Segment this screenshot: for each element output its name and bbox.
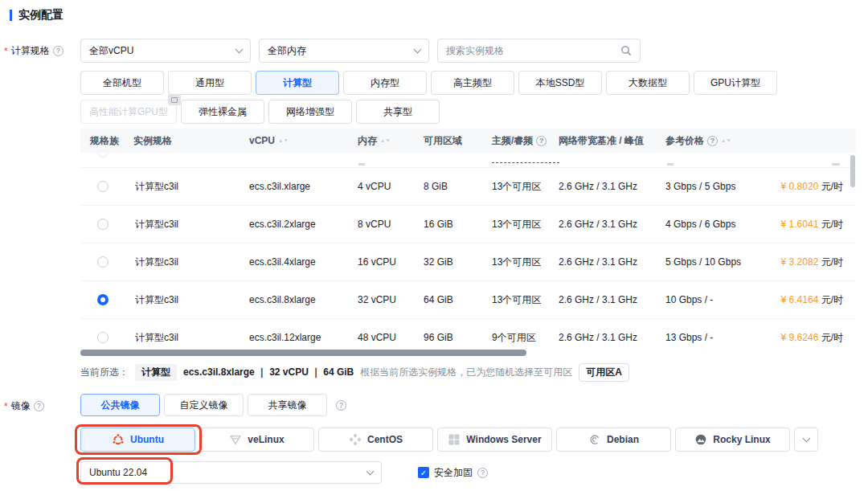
cell-family: 计算型c3il: [125, 293, 241, 307]
instance-spec-table: 规格族 实例规格 vCPU ▲▼ 内存 ▲▼ 可用区域: [80, 129, 856, 348]
section-title: 实例配置: [10, 8, 63, 23]
help-icon[interactable]: [34, 401, 44, 411]
column-header: 内存 ▲▼: [350, 134, 416, 148]
security-hardening-label: 安全加固: [434, 466, 473, 480]
row-radio[interactable]: [97, 181, 108, 192]
help-icon[interactable]: [53, 46, 63, 56]
help-icon[interactable]: [336, 400, 346, 411]
image-tab[interactable]: 公共镜像: [80, 394, 160, 416]
search-icon: [620, 45, 632, 56]
family-tab[interactable]: 通用型: [168, 71, 252, 95]
cell-spec: ecs.c3il.2xlarge: [241, 219, 350, 230]
cell-bandwidth: 3 Gbps / 5 Gbps: [657, 181, 765, 192]
cell-memory: 8 GiB: [416, 181, 484, 192]
family-tab[interactable]: 高性能计算GPU型: [80, 100, 177, 124]
cell-family: 计算型c3il: [125, 256, 241, 269]
cell-spec: ecs.c3il.xlarge: [241, 181, 350, 192]
centos-logo-icon: [349, 433, 362, 446]
help-icon[interactable]: [707, 136, 718, 146]
cell-bandwidth: 5 Gbps / 10 Gbps: [657, 256, 765, 268]
horizontal-scrollbar: [80, 350, 856, 356]
cell-vcpu: 16 vCPU: [350, 256, 416, 268]
row-radio[interactable]: [97, 294, 108, 305]
price-value: ¥ 1.6041: [781, 219, 819, 230]
zones-link[interactable]: 13个可用区: [492, 256, 541, 269]
cell-family: 计算型c3il: [125, 218, 241, 231]
zones-link[interactable]: 13个可用区: [492, 181, 541, 194]
cell-family: 计算型c3il: [125, 331, 241, 345]
help-icon[interactable]: [536, 136, 547, 146]
family-tab[interactable]: 计算型: [256, 71, 339, 95]
os-option[interactable]: Windows Server: [437, 428, 552, 452]
table-row[interactable]: 计算型c3il ecs.c3il.8xlarge 32 vCPU 64 GiB …: [80, 281, 856, 319]
cell-vcpu: 8 vCPU: [350, 219, 416, 230]
zones-link[interactable]: 13个可用区: [492, 294, 541, 307]
corner-badge-icon: [168, 94, 181, 105]
family-tab[interactable]: 内存型: [343, 71, 427, 95]
cell-vcpu: 32 vCPU: [350, 294, 416, 305]
title-accent-bar: [10, 10, 12, 21]
spec-search-input[interactable]: [446, 45, 607, 56]
os-option[interactable]: Rocky Linux: [675, 428, 790, 452]
sort-icon[interactable]: ▲▼: [380, 139, 391, 142]
zones-link[interactable]: 13个可用区: [492, 219, 541, 231]
column-header: vCPU ▲▼: [241, 135, 350, 146]
image-tab[interactable]: 共享镜像: [248, 394, 327, 416]
memory-select[interactable]: 全部内存: [259, 39, 429, 63]
price-value: ¥ 3.2082: [781, 256, 819, 268]
os-option[interactable]: Debian: [556, 428, 671, 452]
table-row-clipped: [80, 153, 856, 168]
sort-icon[interactable]: ▲▼: [721, 139, 731, 142]
family-tab[interactable]: GPU计算型: [694, 71, 777, 95]
spec-search-box[interactable]: [437, 39, 641, 63]
page-title: 实例配置: [18, 8, 63, 23]
family-tab[interactable]: 弹性裸金属: [181, 100, 264, 124]
vcpu-select[interactable]: 全部vCPU: [80, 39, 251, 63]
family-tab[interactable]: 全部机型: [80, 71, 164, 95]
cell-bandwidth: 13 Gbps / -: [657, 332, 765, 343]
os-option[interactable]: veLinux: [199, 428, 314, 452]
os-option[interactable]: CentOS: [318, 428, 433, 452]
row-radio[interactable]: [97, 332, 108, 343]
chevron-down-icon: [802, 435, 810, 443]
price-unit: 元/时: [821, 294, 843, 305]
family-tab[interactable]: 大数据型: [606, 71, 690, 95]
family-tab[interactable]: 网络增强型: [268, 100, 352, 124]
security-hardening-checkbox[interactable]: [418, 467, 429, 478]
table-row[interactable]: 计算型c3il ecs.c3il.12xlarge 48 vCPU 96 GiB…: [80, 319, 856, 348]
price-unit: 元/时: [821, 219, 843, 230]
spec-filters: 全部vCPU 全部内存: [80, 39, 641, 63]
image-tab[interactable]: 自定义镜像: [164, 394, 244, 416]
chevron-down-icon: [235, 46, 244, 54]
image-version-row: Ubuntu 22.04 安全加固: [80, 461, 488, 484]
summary-prefix: 当前所选：: [80, 366, 129, 379]
sort-icon[interactable]: ▲▼: [278, 139, 289, 142]
family-tab[interactable]: 本地SSD型: [518, 71, 602, 95]
cell-freq: 2.6 GHz / 3.1 GHz: [551, 256, 657, 268]
table-row[interactable]: 计算型c3il ecs.c3il.2xlarge 8 vCPU 16 GiB 1…: [80, 206, 856, 243]
image-version-select[interactable]: Ubuntu 22.04: [80, 461, 382, 484]
zones-link[interactable]: 9个可用区: [492, 332, 536, 345]
cell-freq: 2.6 GHz / 3.1 GHz: [551, 181, 657, 192]
table-row[interactable]: 计算型c3il ecs.c3il.4xlarge 16 vCPU 32 GiB …: [80, 243, 856, 281]
more-os-button[interactable]: [794, 428, 818, 452]
row-radio[interactable]: [97, 219, 108, 230]
family-tab[interactable]: 高主频型: [431, 71, 514, 95]
current-selection-summary: 当前所选： 计算型 ecs.c3il.8xlarge ｜ 32 vCPU ｜ 6…: [80, 363, 629, 382]
price-unit: 元/时: [821, 256, 843, 268]
column-header: 主频/睿频: [484, 134, 551, 148]
family-tabs-row1: 全部机型 通用型 计算型 内存型 高主频型 本地SSD型 大数据型: [80, 71, 777, 95]
table-body: 计算型c3il ecs.c3il.xlarge 4 vCPU 8 GiB 13个…: [80, 153, 856, 348]
family-tab[interactable]: 共享型: [356, 100, 440, 124]
table-row[interactable]: 计算型c3il ecs.c3il.xlarge 4 vCPU 8 GiB 13个…: [80, 168, 856, 206]
help-icon[interactable]: [477, 468, 488, 478]
price-value: ¥ 9.6246: [781, 332, 819, 343]
horizontal-scrollbar-thumb[interactable]: [80, 350, 526, 356]
rocky-logo-icon: [694, 433, 707, 446]
column-header: 参考价格 ▲▼: [657, 134, 765, 148]
family-chip: 计算型: [135, 364, 177, 381]
vertical-scrollbar[interactable]: [850, 155, 855, 187]
row-radio[interactable]: [97, 256, 108, 268]
os-option[interactable]: Ubuntu: [80, 428, 195, 452]
chevron-down-icon: [366, 468, 375, 476]
